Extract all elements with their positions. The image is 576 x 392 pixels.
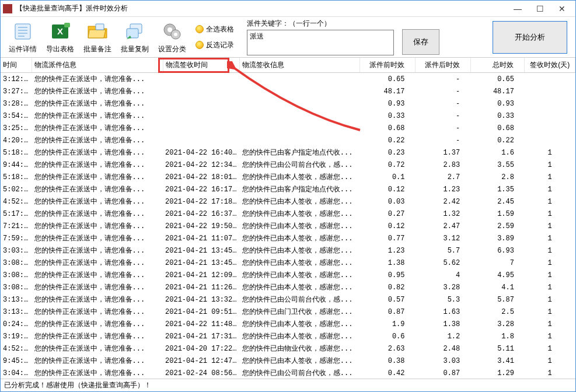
cell-pre-eff: 0.12	[360, 183, 416, 195]
window-title: 【快递批量查询高手】派件时效分析	[16, 4, 507, 13]
table-row[interactable]: 9:45:06您的快件正在派送中，请您准备...2021-04-21 12:47…	[1, 355, 575, 367]
keyword-label: 派件关键字：（一行一个）	[247, 19, 394, 29]
table-scroll[interactable]: 时间 物流派件信息 物流签收时间 物流签收信息 派件前时效 派件后时效 总时效 …	[1, 58, 575, 379]
col-dispatch-info[interactable]: 物流派件信息	[32, 58, 163, 73]
table-row[interactable]: 4:52:44您的快件正在派送中，请您准备...2021-04-20 17:22…	[1, 342, 575, 355]
cell-time: 4:52:44	[1, 342, 32, 355]
cell-total-eff: 4.95	[470, 269, 525, 281]
table-row[interactable]: 3:28:41您的快件正在派送中，请您准备...0.93-0.93	[1, 97, 575, 110]
col-pre-eff[interactable]: 派件前时效	[360, 58, 416, 73]
col-post-eff[interactable]: 派件后时效	[416, 58, 471, 73]
details-button[interactable]: 运件详情	[5, 20, 40, 54]
analyze-button[interactable]: 开始分析	[493, 21, 567, 54]
cell-pre-eff: 0.38	[360, 355, 416, 367]
toolbar: 运件详情 X 导出表格 批量备注 批量复制 设置分类 全	[1, 17, 575, 58]
table-row[interactable]: 4:20:56您的快件正在派送中，请您准备...0.22-0.22	[1, 134, 575, 146]
table-row[interactable]: 4:52:57您的快件正在派送中，请您准备...2021-04-22 17:18…	[1, 195, 575, 208]
batch-copy-button[interactable]: 批量复制	[117, 20, 152, 54]
cell-post-eff: -	[416, 110, 471, 122]
table-row[interactable]: 5:18:45您的快件正在派送中，请您准备...2021-04-22 16:40…	[1, 146, 575, 159]
table-row[interactable]: 5:18:55您的快件正在派送中，请您准备...2021-04-22 18:01…	[1, 171, 575, 183]
table-row[interactable]: 3:13:41您的快件正在派送中，请您准备...2021-04-21 09:51…	[1, 306, 575, 318]
cell-time: 7:21:52	[1, 220, 32, 232]
batch-remark-button[interactable]: 批量备注	[80, 20, 115, 54]
cell-post-eff: -	[416, 134, 471, 146]
table-row[interactable]: 5:17:38您的快件正在派送中，请您准备...2021-04-22 16:37…	[1, 208, 575, 220]
cell-post-eff: 0.87	[416, 367, 471, 379]
cell-total-eff: 1.6	[470, 146, 525, 159]
cell-time: 3:08:33	[1, 269, 32, 281]
svg-rect-7	[64, 23, 70, 27]
export-button[interactable]: X 导出表格	[43, 20, 78, 54]
col-total-eff[interactable]: 总时效	[470, 58, 525, 73]
cell-sign-time: 2021-04-21 11:07:27	[163, 232, 240, 244]
cell-sign-time	[163, 73, 240, 86]
cell-pre-eff: 48.17	[360, 85, 416, 97]
cell-sign-time: 2021-04-22 12:34:53	[163, 159, 240, 171]
cell-dispatch-info: 您的快件正在派送中，请您准备...	[32, 208, 163, 220]
cell-sign-time: 2021-02-24 08:56:16	[163, 367, 240, 379]
col-time[interactable]: 时间	[1, 58, 32, 73]
cell-post-eff: 1.37	[416, 146, 471, 159]
keyword-input[interactable]	[247, 30, 394, 55]
cell-total-eff: 5.11	[470, 342, 525, 355]
titlebar: 【快递批量查询高手】派件时效分析 — ☐ ✕	[1, 1, 575, 17]
table-row[interactable]: 3:13:37您的快件正在派送中，请您准备...2021-04-21 13:32…	[1, 293, 575, 306]
table-row[interactable]: 0:24:36您的快件正在派送中，请您准备...2021-04-22 11:48…	[1, 318, 575, 330]
table-row[interactable]: 7:21:52您的快件正在派送中，请您准备...2021-04-22 19:50…	[1, 220, 575, 232]
cell-total-eff: 2.5	[470, 306, 525, 318]
cell-post-eff: 5.3	[416, 293, 471, 306]
col-sign-days[interactable]: 签收时效(天)	[525, 58, 575, 73]
save-button[interactable]: 保存	[402, 29, 439, 55]
set-category-button[interactable]: 设置分类	[155, 20, 190, 54]
table-row[interactable]: 3:04:12您的快件正在派送中，请您准备...2021-02-24 08:56…	[1, 367, 575, 379]
cell-total-eff: 0.22	[470, 134, 525, 146]
table-row[interactable]: 3:08:33您的快件正在派送中，请您准备...2021-04-21 12:09…	[1, 269, 575, 281]
cell-time: 5:17:38	[1, 208, 32, 220]
cell-sign-time: 2021-04-22 18:01:25	[163, 171, 240, 183]
gear-icon	[160, 20, 184, 43]
table-row[interactable]: 7:59:40您的快件正在派送中，请您准备...2021-04-21 11:07…	[1, 232, 575, 244]
cell-dispatch-info: 您的快件正在派送中，请您准备...	[32, 85, 163, 97]
cell-sign-days: 1	[525, 318, 575, 330]
cell-pre-eff: 0.57	[360, 293, 416, 306]
table-row[interactable]: 3:12:31您的快件正在派送中，请您准备...0.65-0.65	[1, 73, 575, 86]
cell-sign-days: 1	[525, 257, 575, 269]
cell-sign-time: 2021-04-22 16:40:58	[163, 146, 240, 159]
table-row[interactable]: 3:54:34您的快件正在派送中，请您准备...0.33-0.33	[1, 110, 575, 122]
table-row[interactable]: 3:27:33您的快件正在派送中，请您准备...48.17-48.17	[1, 85, 575, 97]
cell-sign-time	[163, 85, 240, 97]
cell-dispatch-info: 您的快件正在派送中，请您准备...	[32, 257, 163, 269]
cell-sign-time: 2021-04-22 16:37:35	[163, 208, 240, 220]
table-row[interactable]: 3:03:20您的快件正在派送中，请您准备...2021-04-21 13:45…	[1, 244, 575, 257]
cell-pre-eff: 0.93	[360, 97, 416, 110]
maximize-button[interactable]: ☐	[529, 1, 551, 16]
cell-total-eff: 0.93	[470, 97, 525, 110]
minimize-button[interactable]: —	[507, 1, 529, 16]
svg-rect-0	[15, 24, 30, 39]
cell-pre-eff: 0.68	[360, 122, 416, 134]
svg-rect-10	[127, 29, 138, 38]
table-row[interactable]: 3:08:53您的快件正在派送中，请您准备...2021-04-21 11:26…	[1, 281, 575, 293]
cell-pre-eff: 0.6	[360, 330, 416, 342]
select-all-checkbox[interactable]: 全选表格	[196, 24, 234, 34]
anti-select-checkbox[interactable]: 反选记录	[196, 40, 234, 50]
cell-dispatch-info: 您的快件正在派送中，请您准备...	[32, 269, 163, 281]
cell-sign-days: 1	[525, 293, 575, 306]
cell-sign-time: 2021-04-21 13:45:46	[163, 257, 240, 269]
table-row[interactable]: 9:44:21您的快件正在派送中，请您准备...2021-04-22 12:34…	[1, 159, 575, 171]
cell-sign-days	[525, 122, 575, 134]
table-row[interactable]: 3:08:27您的快件正在派送中，请您准备...2021-04-21 13:45…	[1, 257, 575, 269]
details-label: 运件详情	[9, 44, 37, 54]
cell-dispatch-info: 您的快件正在派送中，请您准备...	[32, 293, 163, 306]
cell-pre-eff: 0.87	[360, 306, 416, 318]
table-row[interactable]: 3:19:09您的快件正在派送中，请您准备...2021-04-21 17:31…	[1, 330, 575, 342]
cell-time: 3:13:41	[1, 306, 32, 318]
col-sign-info[interactable]: 物流签收信息	[240, 58, 360, 73]
col-sign-time[interactable]: 物流签收时间	[163, 58, 240, 73]
cell-sign-info: 您的快件已由本人签收，感谢您...	[240, 195, 360, 208]
table-row[interactable]: 3:25:52您的快件正在派送中，请您准备...0.68-0.68	[1, 122, 575, 134]
cell-pre-eff: 0.82	[360, 281, 416, 293]
close-button[interactable]: ✕	[551, 1, 573, 16]
table-row[interactable]: 5:02:12您的快件正在派送中，请您准备...2021-04-22 16:17…	[1, 183, 575, 195]
